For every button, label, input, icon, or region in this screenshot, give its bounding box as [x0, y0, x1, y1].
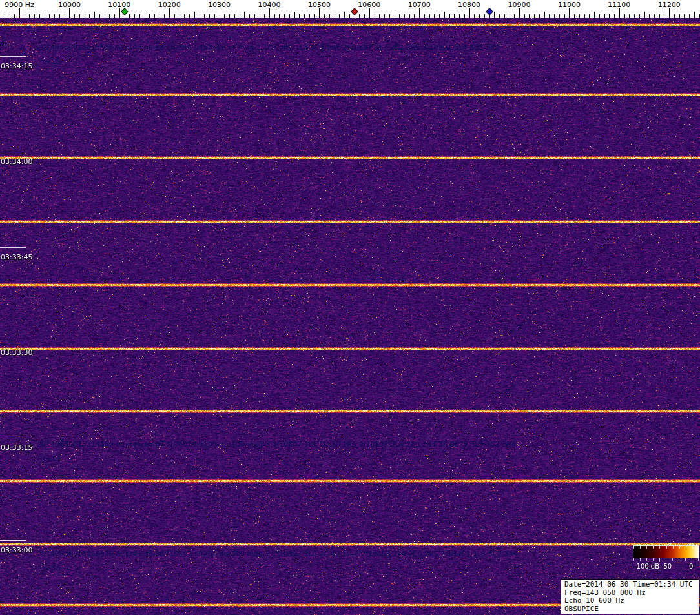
frequency-ruler: 9900 Hz100001010010200103001040010500106… [0, 0, 700, 18]
colorbar-labels: -100 dB -50 0 [633, 563, 699, 571]
colorbar-inner-ticks [633, 546, 699, 549]
spectrogram-canvas[interactable] [0, 18, 700, 615]
status-info-box: Date=2014-06-30 Time=01:34 UTC Freq=143 … [561, 579, 699, 614]
info-date-time: Date=2014-06-30 Time=01:34 UTC [564, 581, 695, 589]
spectrogram-area: 03:34:1503:34:0003:33:4503:33:3003:33:15… [0, 18, 700, 615]
colorbar: -100 dB -50 0 [633, 545, 699, 571]
meteor-spectrogram-app: 9900 Hz100001010010200103001040010500106… [0, 0, 700, 615]
colorbar-label-mid: -50 [661, 563, 672, 570]
colorbar-label-min: -100 dB [634, 563, 659, 570]
colorbar-ticks [633, 558, 699, 561]
colorbar-label-max: 0 [689, 563, 693, 570]
frequency-ruler-ticks [0, 8, 700, 18]
colorbar-gradient [633, 545, 699, 558]
info-echo: Echo=10 600 Hz [564, 597, 695, 605]
info-station: OBSUPICE [564, 605, 695, 614]
